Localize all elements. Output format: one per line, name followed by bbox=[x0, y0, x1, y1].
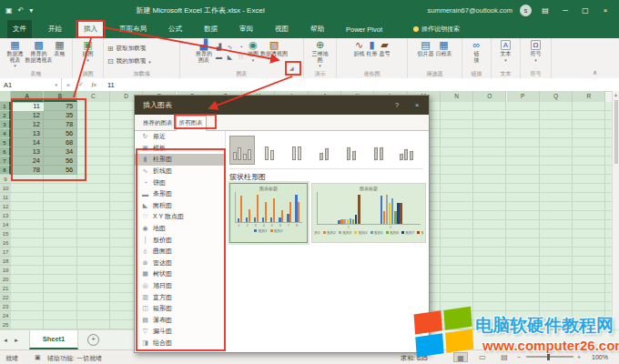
dialog-help-button[interactable]: ? bbox=[387, 96, 407, 115]
chart-type-item-19[interactable]: ◨组合图 bbox=[135, 338, 225, 349]
ribbon-button[interactable]: ▮柱形 bbox=[367, 40, 378, 57]
select-all-corner[interactable] bbox=[0, 91, 11, 102]
ribbon-tab-8[interactable]: 视图 bbox=[269, 20, 294, 38]
cell-B7[interactable]: 56 bbox=[44, 157, 73, 166]
ribbon-button[interactable]: ▣插图▾ bbox=[83, 40, 94, 62]
cell-B2[interactable]: 35 bbox=[44, 111, 73, 120]
enter-icon[interactable]: ✓ bbox=[75, 81, 87, 88]
row-header-18[interactable]: 18 bbox=[0, 257, 11, 266]
chart-preview-1[interactable]: 图表标题 12345678 系列1系列2 bbox=[229, 183, 308, 243]
zoom-in-icon[interactable]: + bbox=[577, 354, 581, 360]
cell-A3[interactable]: 12 bbox=[11, 120, 40, 129]
row-header-15[interactable]: 15 bbox=[0, 229, 11, 238]
row-header-2[interactable]: 2 bbox=[0, 111, 11, 120]
chart-preview-2[interactable]: 图表标题 12 系列1系列2系列3系列4系列5系列6系列7系列8 bbox=[311, 183, 426, 243]
chart-type-item-18[interactable]: ▽漏斗图 bbox=[135, 326, 225, 338]
page-layout-view-icon[interactable]: ▭ bbox=[475, 352, 490, 362]
row-header-7[interactable]: 7 bbox=[0, 157, 11, 166]
chart-type-button[interactable]: ▬ bbox=[214, 52, 224, 61]
ribbon-button[interactable]: ⊡我的加载项▾ bbox=[107, 56, 151, 67]
formula-bar-value[interactable]: 11 bbox=[107, 81, 115, 89]
3d-column-icon[interactable] bbox=[393, 136, 419, 165]
cell-A5[interactable]: 14 bbox=[11, 138, 40, 147]
sheet-prev-icon[interactable]: ◂ bbox=[0, 337, 11, 344]
row-header-3[interactable]: 3 bbox=[0, 120, 11, 129]
page-break-view-icon[interactable]: ▤ bbox=[497, 352, 512, 362]
row-header-6[interactable]: 6 bbox=[0, 147, 11, 157]
zoom-slider[interactable] bbox=[526, 356, 573, 358]
ribbon-button[interactable]: Ω符号▾ bbox=[531, 40, 542, 62]
3d-clustered-column-icon[interactable] bbox=[311, 136, 337, 165]
cell-B8[interactable]: 56 bbox=[44, 166, 73, 175]
100-stacked-column-icon[interactable] bbox=[284, 136, 310, 165]
cell-A6[interactable]: 13 bbox=[11, 147, 40, 157]
cell-A2[interactable]: 12 bbox=[11, 111, 40, 120]
ribbon-tab-10[interactable]: Power Pivot bbox=[340, 20, 388, 38]
scroll-up-icon[interactable]: ▲ bbox=[613, 91, 619, 98]
chart-type-button[interactable]: ◣ bbox=[225, 52, 235, 61]
ribbon-button[interactable]: ▤切片器 bbox=[418, 40, 434, 57]
row-header-9[interactable]: 9 bbox=[0, 175, 11, 184]
cell-A8[interactable]: 78 bbox=[11, 166, 40, 175]
dialog-tab-2[interactable]: 所有图表 bbox=[176, 116, 207, 131]
chart-type-button[interactable]: ∷ bbox=[236, 52, 246, 61]
chart-type-button[interactable]: ∿ bbox=[225, 42, 235, 51]
3d-100-stacked-column-icon[interactable] bbox=[366, 136, 391, 165]
dialog-title-bar[interactable]: 插入图表 bbox=[135, 96, 429, 115]
collapse-ribbon-icon[interactable]: ∧ bbox=[593, 69, 597, 76]
new-sheet-button[interactable]: + bbox=[87, 334, 99, 346]
row-header-14[interactable]: 14 bbox=[0, 220, 11, 229]
row-header-13[interactable]: 13 bbox=[0, 211, 11, 220]
avatar[interactable]: s bbox=[520, 5, 532, 16]
row-header-23[interactable]: 23 bbox=[0, 302, 11, 311]
cell-A7[interactable]: 24 bbox=[11, 157, 40, 166]
column-header-Q[interactable]: Q bbox=[540, 91, 573, 102]
account-email[interactable]: summerain67@outlook.com bbox=[428, 6, 513, 15]
chart-type-button[interactable]: ◔ bbox=[236, 42, 246, 51]
scrollbar-thumb[interactable] bbox=[614, 100, 618, 164]
ribbon-tab-2[interactable]: 开始 bbox=[43, 20, 67, 38]
ribbon-button[interactable]: ⊕三维地 图▾ bbox=[312, 40, 329, 67]
column-header-A[interactable]: A bbox=[11, 91, 44, 102]
column-header-C[interactable]: C bbox=[77, 91, 110, 102]
dialog-tab-1[interactable]: 推荐的图表 bbox=[140, 116, 176, 130]
row-header-20[interactable]: 20 bbox=[0, 275, 11, 284]
tell-me-search[interactable]: 操作说明搜索 bbox=[413, 20, 460, 38]
row-header-12[interactable]: 12 bbox=[0, 202, 11, 211]
chart-type-item-1[interactable]: ↻最近 bbox=[135, 131, 225, 143]
ribbon-button[interactable]: ▰盈亏 bbox=[380, 40, 391, 57]
cell-B3[interactable]: 78 bbox=[44, 120, 73, 129]
minimize-button[interactable]: ─ bbox=[559, 6, 572, 15]
ribbon-tab-7[interactable]: 审阅 bbox=[234, 20, 259, 38]
zoom-slider-thumb[interactable] bbox=[547, 352, 550, 360]
ribbon-button[interactable]: ▩推荐的 数据透视表 bbox=[25, 40, 53, 63]
chart-type-item-13[interactable]: ▦树状图 bbox=[135, 268, 225, 280]
sheet-tab-sheet1[interactable]: Sheet1 bbox=[29, 330, 78, 349]
cell-B4[interactable]: 56 bbox=[44, 129, 73, 138]
ribbon-button[interactable]: ◉地图▾ bbox=[248, 40, 259, 62]
chart-type-item-6[interactable]: ▬条形图 bbox=[135, 188, 225, 200]
row-header-8[interactable]: 8 bbox=[0, 166, 11, 175]
column-header-N[interactable]: N bbox=[441, 91, 473, 102]
row-header-4[interactable]: 4 bbox=[0, 129, 11, 138]
row-header-21[interactable]: 21 bbox=[0, 284, 11, 293]
cell-B6[interactable]: 34 bbox=[44, 147, 73, 157]
chart-type-item-4[interactable]: ∿折线图 bbox=[135, 166, 225, 177]
chart-type-item-9[interactable]: ◉地图 bbox=[135, 223, 225, 235]
zoom-level[interactable]: 100% bbox=[592, 354, 608, 360]
cell-B1[interactable]: 75 bbox=[44, 102, 73, 111]
row-header-17[interactable]: 17 bbox=[0, 248, 11, 257]
column-header-B[interactable]: B bbox=[44, 91, 76, 102]
ribbon-button[interactable]: A文本▾ bbox=[501, 40, 512, 62]
ribbon-button[interactable]: ∿折线 bbox=[354, 40, 365, 57]
row-header-22[interactable]: 22 bbox=[0, 293, 11, 302]
ribbon-tab-6[interactable]: 数据 bbox=[198, 20, 223, 38]
namebox-dropdown-icon[interactable]: ▾ bbox=[55, 82, 57, 87]
row-header-24[interactable]: 24 bbox=[0, 311, 11, 320]
column-header-O[interactable]: O bbox=[473, 91, 506, 102]
maximize-button[interactable]: ▢ bbox=[579, 6, 592, 15]
zoom-out-icon[interactable]: − bbox=[517, 354, 521, 360]
ribbon-tab-5[interactable]: 公式 bbox=[163, 20, 188, 38]
chart-type-item-16[interactable]: ◫箱形图 bbox=[135, 303, 225, 315]
ribbon-button[interactable]: ▧数据透视图▾ bbox=[260, 40, 288, 62]
